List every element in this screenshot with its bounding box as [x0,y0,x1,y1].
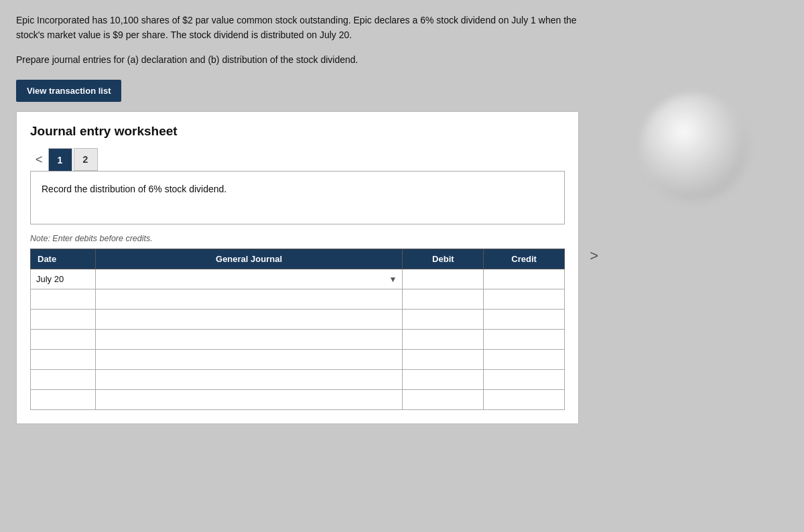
date-cell[interactable] [31,289,96,310]
credit-cell[interactable] [484,330,565,350]
prepare-instruction: Prepare journal entries for (a) declarat… [16,54,788,65]
tab-1[interactable]: 1 [48,148,72,171]
dropdown-indicator[interactable]: ▼ [389,275,397,284]
journal-cell[interactable] [95,350,403,370]
debit-cell[interactable] [403,289,484,310]
credit-cell[interactable] [484,310,565,330]
journal-cell[interactable] [95,390,403,410]
table-row [31,390,565,410]
prev-tab-button[interactable]: < [30,151,48,168]
col-header-journal: General Journal [95,249,403,269]
debit-cell[interactable] [403,269,484,289]
debit-cell[interactable] [403,390,484,410]
debit-cell[interactable] [403,350,484,370]
table-row [31,370,565,390]
col-header-date: Date [31,249,96,269]
next-tab-button-right[interactable]: > [584,246,604,266]
page-wrapper: Epic Incorporated has 10,100 shares of $… [16,13,788,424]
date-cell[interactable] [31,330,96,350]
debit-cell[interactable] [403,330,484,350]
instruction-text: Record the distribution of 6% stock divi… [42,184,226,194]
credit-cell[interactable] [484,269,565,289]
debit-cell[interactable] [403,370,484,390]
journal-cell[interactable] [95,310,403,330]
credit-cell[interactable] [484,370,565,390]
table-row [31,330,565,350]
table-row: July 20▼ [31,269,565,289]
tab-row: < 1 2 [30,148,565,171]
decorative-circle [641,94,748,201]
credit-cell[interactable] [484,390,565,410]
journal-cell[interactable] [95,330,403,350]
credit-cell[interactable] [484,350,565,370]
journal-table: Date General Journal Debit Credit July 2… [30,249,565,410]
worksheet-title: Journal entry worksheet [30,124,565,139]
view-transaction-button[interactable]: View transaction list [16,80,121,102]
table-row [31,289,565,310]
table-row [31,350,565,370]
col-header-credit: Credit [484,249,565,269]
tab-2[interactable]: 2 [74,148,98,171]
table-row [31,310,565,330]
instruction-box: Record the distribution of 6% stock divi… [30,171,565,224]
journal-cell[interactable] [95,370,403,390]
journal-cell[interactable]: ▼ [95,269,403,289]
date-cell[interactable] [31,310,96,330]
debit-cell[interactable] [403,310,484,330]
date-cell[interactable] [31,390,96,410]
problem-description: Epic Incorporated has 10,100 shares of $… [16,13,586,42]
date-cell[interactable] [31,370,96,390]
note-text: Note: Enter debits before credits. [30,234,565,243]
journal-cell[interactable] [95,289,403,310]
date-cell[interactable]: July 20 [31,269,96,289]
col-header-debit: Debit [403,249,484,269]
date-cell[interactable] [31,350,96,370]
worksheet-container: Journal entry worksheet < 1 2 Record the… [16,111,579,424]
credit-cell[interactable] [484,289,565,310]
